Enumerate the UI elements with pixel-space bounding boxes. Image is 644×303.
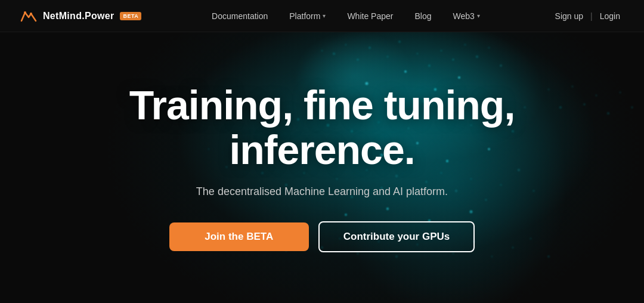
svg-point-15	[488, 47, 490, 48]
logo-icon	[19, 7, 38, 26]
platform-chevron-icon: ▾	[323, 13, 326, 19]
svg-point-82	[458, 76, 460, 79]
hero-content: Training, fine tuning, inference. The de…	[54, 83, 590, 253]
navbar-center: Documentation Platform ▾ White Paper Blo…	[202, 8, 490, 24]
svg-point-80	[404, 70, 407, 73]
auth-divider: |	[590, 11, 593, 21]
svg-point-9	[417, 53, 418, 54]
nav-whitepaper[interactable]: White Paper	[338, 8, 402, 24]
svg-point-8	[399, 41, 401, 43]
svg-point-73	[620, 92, 621, 93]
nav-web3[interactable]: Web3 ▾	[443, 8, 489, 24]
svg-point-71	[596, 95, 597, 96]
svg-point-16	[500, 65, 502, 67]
svg-point-58	[396, 256, 398, 258]
svg-point-74	[631, 107, 633, 108]
hero-subtitle: The decentralised Machine Learning and A…	[196, 184, 448, 200]
navbar-auth: Sign up | Login	[550, 9, 625, 23]
svg-point-11	[441, 50, 442, 51]
nav-documentation[interactable]: Documentation	[202, 8, 277, 24]
svg-point-10	[429, 65, 431, 67]
svg-point-72	[608, 113, 609, 115]
hero-title: Training, fine tuning, inference.	[54, 83, 590, 172]
svg-point-63	[491, 256, 493, 257]
svg-point-14	[476, 56, 478, 58]
svg-point-1	[30, 13, 32, 15]
svg-point-3	[345, 44, 346, 45]
join-beta-button[interactable]: Join the BETA	[169, 222, 309, 251]
svg-point-12	[453, 59, 454, 60]
svg-point-56	[357, 253, 358, 254]
svg-point-61	[453, 253, 454, 254]
svg-point-4	[357, 59, 358, 60]
nav-platform[interactable]: Platform ▾	[280, 8, 335, 24]
web3-chevron-icon: ▾	[477, 13, 480, 19]
nav-blog[interactable]: Blog	[405, 8, 441, 24]
svg-point-0	[24, 11, 26, 14]
navbar-logo-area: NetMind.Power BETA	[19, 7, 141, 26]
signup-link[interactable]: Sign up	[550, 9, 588, 23]
svg-point-5	[321, 50, 323, 51]
login-link[interactable]: Login	[595, 9, 625, 23]
svg-point-7	[387, 56, 388, 57]
svg-point-66	[548, 256, 550, 258]
hero-buttons: Join the BETA Contribute your GPUs	[169, 221, 475, 252]
logo-text: NetMind.Power	[43, 11, 114, 21]
svg-point-2	[333, 53, 335, 55]
svg-point-6	[369, 47, 371, 49]
beta-badge: BETA	[120, 12, 141, 20]
navbar: NetMind.Power BETA Documentation Platfor…	[0, 0, 644, 32]
hero-section: Training, fine tuning, inference. The de…	[0, 0, 644, 303]
contribute-gpus-button[interactable]: Contribute your GPUs	[318, 221, 475, 252]
svg-point-13	[465, 44, 466, 45]
